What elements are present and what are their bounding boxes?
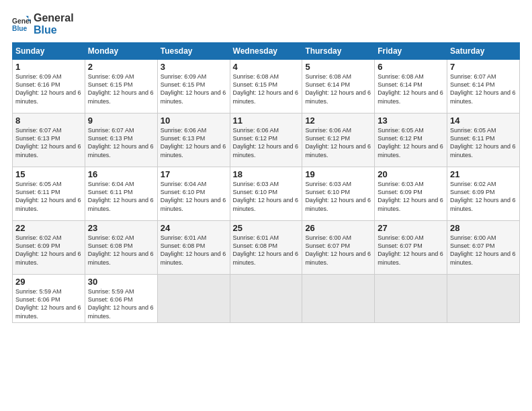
page-header: General Blue General Blue [12,12,520,36]
daylight-label: Daylight: 12 hours and 6 minutes. [378,143,443,158]
sunset-label: Sunset: 6:11 PM [450,135,495,142]
sunset-label: Sunset: 6:14 PM [305,81,350,88]
daylight-label: Daylight: 12 hours and 6 minutes. [450,197,516,212]
day-number: 7 [450,62,517,72]
day-info: Sunrise: 6:05 AM Sunset: 6:12 PM Dayligh… [378,126,444,159]
sunrise-label: Sunrise: 6:09 AM [88,73,134,80]
logo-blue: Blue [34,24,74,36]
daylight-label: Daylight: 12 hours and 6 minutes. [15,197,81,212]
sunset-label: Sunset: 6:14 PM [378,81,423,88]
table-cell: 10 Sunrise: 6:06 AM Sunset: 6:13 PM Dayl… [157,113,230,167]
sunrise-label: Sunrise: 6:09 AM [15,73,62,80]
daylight-label: Daylight: 12 hours and 6 minutes. [161,89,226,104]
sunrise-label: Sunrise: 6:00 AM [305,234,351,241]
daylight-label: Daylight: 12 hours and 6 minutes. [450,143,516,158]
sunrise-label: Sunrise: 6:00 AM [378,234,424,241]
sunrise-label: Sunrise: 6:01 AM [161,234,207,241]
sunset-label: Sunset: 6:11 PM [15,189,60,195]
day-info: Sunrise: 6:03 AM Sunset: 6:10 PM Dayligh… [305,180,371,213]
sunrise-label: Sunrise: 5:59 AM [15,288,62,295]
day-info: Sunrise: 6:06 AM Sunset: 6:12 PM Dayligh… [233,126,300,159]
day-info: Sunrise: 6:03 AM Sunset: 6:09 PM Dayligh… [378,180,444,213]
day-number: 9 [88,116,154,126]
day-number: 3 [161,62,227,72]
table-cell: 17 Sunrise: 6:04 AM Sunset: 6:10 PM Dayl… [157,167,230,221]
header-sunday: Sunday [13,43,85,60]
logo-icon: General Blue [12,15,31,34]
day-number: 28 [450,223,517,233]
sunset-label: Sunset: 6:07 PM [305,242,350,249]
sunset-label: Sunset: 6:13 PM [15,135,60,142]
svg-text:Blue: Blue [12,25,28,32]
sunrise-label: Sunrise: 6:03 AM [378,181,424,187]
day-number: 25 [233,223,300,233]
day-info: Sunrise: 6:02 AM Sunset: 6:09 PM Dayligh… [450,180,517,213]
sunrise-label: Sunrise: 6:07 AM [450,73,496,80]
header-wednesday: Wednesday [230,43,302,60]
table-cell: 4 Sunrise: 6:08 AM Sunset: 6:15 PM Dayli… [230,60,302,113]
day-info: Sunrise: 6:09 AM Sunset: 6:15 PM Dayligh… [88,73,154,105]
header-friday: Friday [375,43,447,60]
sunset-label: Sunset: 6:06 PM [15,296,60,303]
daylight-label: Daylight: 12 hours and 6 minutes. [378,250,443,265]
day-info: Sunrise: 6:07 AM Sunset: 6:13 PM Dayligh… [15,126,82,159]
sunrise-label: Sunrise: 6:07 AM [15,127,62,134]
table-cell: 5 Sunrise: 6:08 AM Sunset: 6:14 PM Dayli… [302,60,375,113]
weekday-header-row: Sunday Monday Tuesday Wednesday Thursday… [13,43,520,60]
day-number: 11 [233,116,300,126]
daylight-label: Daylight: 12 hours and 6 minutes. [15,143,81,158]
table-cell: 21 Sunrise: 6:02 AM Sunset: 6:09 PM Dayl… [447,167,520,221]
daylight-label: Daylight: 12 hours and 6 minutes. [305,250,371,265]
daylight-label: Daylight: 12 hours and 6 minutes. [305,143,371,158]
daylight-label: Daylight: 12 hours and 6 minutes. [305,89,371,104]
day-number: 13 [378,116,444,126]
day-info: Sunrise: 6:08 AM Sunset: 6:14 PM Dayligh… [305,73,371,105]
day-info: Sunrise: 5:59 AM Sunset: 6:06 PM Dayligh… [15,287,82,320]
table-cell: 14 Sunrise: 6:05 AM Sunset: 6:11 PM Dayl… [447,113,520,167]
table-cell: 18 Sunrise: 6:03 AM Sunset: 6:10 PM Dayl… [230,167,302,221]
day-number: 14 [450,116,517,126]
daylight-label: Daylight: 12 hours and 6 minutes. [88,304,154,319]
day-number: 6 [378,62,444,72]
day-number: 8 [15,116,82,126]
sunset-label: Sunset: 6:13 PM [161,135,206,142]
header-tuesday: Tuesday [157,43,230,60]
day-number: 1 [15,62,82,72]
sunrise-label: Sunrise: 6:04 AM [161,181,207,187]
table-cell [302,275,375,323]
table-cell: 9 Sunrise: 6:07 AM Sunset: 6:13 PM Dayli… [85,113,157,167]
svg-text:General: General [12,17,31,25]
day-info: Sunrise: 6:00 AM Sunset: 6:07 PM Dayligh… [378,234,444,267]
sunset-label: Sunset: 6:12 PM [233,135,278,142]
table-cell: 12 Sunrise: 6:06 AM Sunset: 6:12 PM Dayl… [302,113,375,167]
sunrise-label: Sunrise: 6:07 AM [88,127,134,134]
table-cell: 19 Sunrise: 6:03 AM Sunset: 6:10 PM Dayl… [302,167,375,221]
table-cell: 24 Sunrise: 6:01 AM Sunset: 6:08 PM Dayl… [157,221,230,275]
day-number: 19 [305,169,371,179]
sunrise-label: Sunrise: 6:06 AM [161,127,207,134]
sunset-label: Sunset: 6:16 PM [15,81,60,88]
day-info: Sunrise: 6:04 AM Sunset: 6:11 PM Dayligh… [88,180,154,213]
table-cell: 7 Sunrise: 6:07 AM Sunset: 6:14 PM Dayli… [447,60,520,113]
sunrise-label: Sunrise: 6:04 AM [88,181,134,187]
table-cell: 16 Sunrise: 6:04 AM Sunset: 6:11 PM Dayl… [85,167,157,221]
table-cell: 22 Sunrise: 6:02 AM Sunset: 6:09 PM Dayl… [13,221,85,275]
daylight-label: Daylight: 12 hours and 6 minutes. [161,250,226,265]
daylight-label: Daylight: 12 hours and 6 minutes. [88,89,154,104]
sunset-label: Sunset: 6:14 PM [450,81,495,88]
sunset-label: Sunset: 6:13 PM [88,135,133,142]
sunrise-label: Sunrise: 6:06 AM [233,127,279,134]
daylight-label: Daylight: 12 hours and 6 minutes. [450,89,516,104]
day-info: Sunrise: 6:09 AM Sunset: 6:15 PM Dayligh… [161,73,227,105]
day-number: 30 [88,277,154,287]
table-cell: 3 Sunrise: 6:09 AM Sunset: 6:15 PM Dayli… [157,60,230,113]
sunrise-label: Sunrise: 6:06 AM [305,127,351,134]
sunrise-label: Sunrise: 6:02 AM [450,181,496,187]
day-number: 26 [305,223,371,233]
header-saturday: Saturday [447,43,520,60]
day-number: 29 [15,277,82,287]
sunset-label: Sunset: 6:11 PM [88,189,133,195]
daylight-label: Daylight: 12 hours and 6 minutes. [15,250,81,265]
daylight-label: Daylight: 12 hours and 6 minutes. [161,197,226,212]
day-info: Sunrise: 6:02 AM Sunset: 6:09 PM Dayligh… [15,234,82,267]
